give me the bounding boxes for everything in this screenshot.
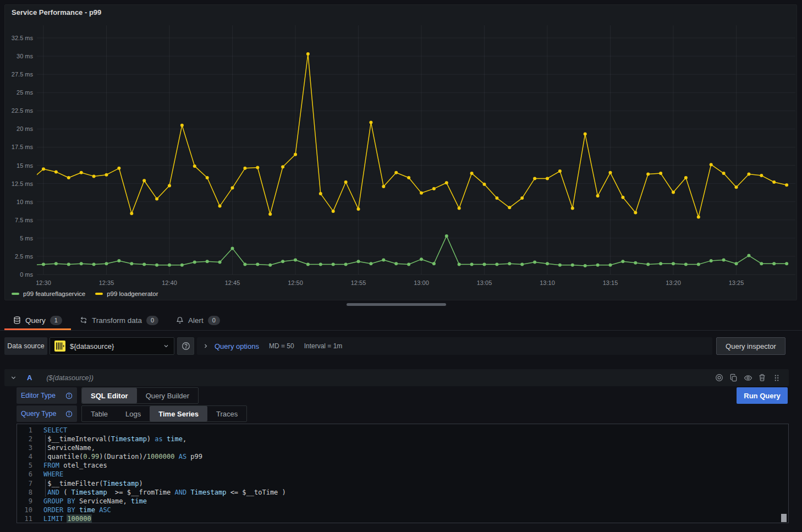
data-point — [596, 194, 600, 198]
data-point — [584, 264, 587, 267]
datasource-picker[interactable]: ${datasource} — [50, 337, 174, 355]
data-point — [80, 171, 83, 174]
query-datasource-hint: (${datasource}) — [46, 374, 93, 382]
data-point — [609, 171, 612, 174]
line-number: 5 — [17, 461, 41, 470]
data-point — [344, 263, 348, 266]
data-point — [54, 170, 58, 173]
data-point — [432, 187, 436, 190]
question-circle-icon — [182, 342, 190, 350]
chevron-right-icon[interactable] — [202, 343, 209, 349]
data-point — [332, 210, 335, 213]
tab-query[interactable]: Query 1 — [4, 310, 71, 330]
data-point — [634, 261, 637, 265]
data-point — [256, 263, 259, 266]
data-point — [508, 262, 511, 265]
query-type-option-logs[interactable]: Logs — [117, 406, 150, 421]
query-type-option-time-series[interactable]: Time Series — [150, 406, 207, 421]
sql-editor[interactable]: 1SELECT2 $__timeInterval(Timestamp) as t… — [17, 424, 789, 523]
legend-item-loadgenerator[interactable]: p99 loadgenerator — [95, 290, 158, 297]
data-point — [747, 254, 750, 257]
query-row-header[interactable]: A (${datasource}) — [4, 369, 789, 386]
data-point — [243, 167, 246, 170]
data-point — [29, 264, 32, 267]
y-axis-label: 25 ms — [17, 89, 33, 96]
info-circle-icon[interactable] — [65, 410, 73, 418]
copy-icon[interactable] — [729, 373, 738, 382]
sql-code: 1SELECT2 $__timeInterval(Timestamp) as t… — [17, 426, 788, 523]
data-point — [571, 207, 574, 210]
data-point — [130, 212, 133, 215]
record-circle-icon[interactable] — [715, 373, 724, 382]
line-number: 11 — [17, 514, 41, 523]
data-point — [546, 177, 549, 180]
legend-item-featureflagservice[interactable]: p99 featureflagservice — [12, 290, 85, 297]
trash-icon[interactable] — [757, 373, 767, 382]
data-point — [432, 262, 436, 265]
data-point — [357, 207, 360, 211]
data-point — [659, 262, 662, 265]
code-line: 8 AND ( Timestamp >= $__fromTime AND Tim… — [17, 488, 788, 497]
data-point — [42, 263, 45, 266]
data-point — [571, 264, 574, 267]
drag-handle-icon[interactable] — [772, 373, 781, 382]
eye-icon[interactable] — [743, 373, 752, 382]
editor-type-option-sql-editor[interactable]: SQL Editor — [82, 388, 137, 403]
editor-type-row: Editor Type SQL Editor Query Builder — [17, 387, 199, 404]
data-point — [319, 192, 322, 195]
query-type-group: Table Logs Time Series Traces — [81, 405, 247, 422]
y-axis-label: 12.5 ms — [12, 180, 34, 187]
data-point — [306, 52, 310, 56]
line-number: 4 — [17, 452, 41, 461]
data-point — [558, 264, 562, 267]
data-point — [142, 179, 146, 182]
tab-alert[interactable]: Alert 0 — [167, 310, 229, 330]
query-inspector-button[interactable]: Query inspector — [716, 337, 785, 355]
run-query-button[interactable]: Run Query — [737, 387, 788, 404]
editor-scrollbar[interactable] — [781, 514, 787, 522]
p99-chart[interactable]: 0 ms2.5 ms5 ms7.5 ms10 ms12.5 ms15 ms17.… — [5, 5, 796, 300]
data-point — [67, 176, 70, 179]
query-options-toggle[interactable]: Query options — [215, 342, 259, 350]
code-line: 10ORDER BY time ASC — [17, 506, 788, 514]
code-line: 1SELECT — [17, 426, 788, 435]
query-type-label-chip: Query Type — [17, 405, 77, 422]
x-axis-label: 12:40 — [162, 279, 177, 286]
editor-type-option-query-builder[interactable]: Query Builder — [137, 388, 198, 403]
y-axis-label: 7.5 ms — [15, 217, 34, 223]
data-point — [710, 259, 713, 262]
data-point — [760, 262, 763, 265]
tab-transform-data[interactable]: Transform data 0 — [71, 310, 167, 330]
data-point — [369, 121, 372, 124]
chevron-down-icon — [163, 343, 169, 349]
query-type-option-traces[interactable]: Traces — [207, 406, 246, 421]
x-axis-label: 13:00 — [414, 279, 429, 286]
data-point — [546, 262, 549, 265]
data-point — [117, 167, 120, 170]
horizontal-scrollbar[interactable] — [347, 303, 446, 306]
info-circle-icon[interactable] — [65, 392, 73, 399]
datasource-help-button[interactable] — [177, 337, 194, 355]
data-point — [268, 264, 272, 267]
editor-tabs-bar: Query 1 Transform data 0 Alert 0 — [0, 310, 802, 331]
code-line: 9GROUP BY ServiceName, time — [17, 497, 788, 506]
data-point — [319, 263, 322, 266]
query-type-option-table[interactable]: Table — [82, 406, 117, 421]
data-point — [684, 176, 688, 179]
data-point — [697, 216, 700, 219]
transform-icon — [80, 316, 87, 324]
data-point — [445, 181, 448, 184]
datasource-value: ${datasource} — [70, 342, 158, 350]
data-point — [256, 166, 259, 169]
tab-label: Query — [25, 316, 46, 325]
x-axis-label: 13:20 — [666, 279, 681, 286]
query-ref-id: A — [27, 374, 32, 382]
timeseries-panel: Service Performance - p99 0 ms2.5 ms5 ms… — [4, 4, 797, 300]
data-point — [294, 153, 297, 156]
data-point — [67, 263, 70, 266]
data-point — [458, 263, 461, 266]
chevron-down-icon[interactable] — [10, 374, 17, 381]
y-axis-label: 5 ms — [20, 235, 33, 242]
data-point — [105, 262, 108, 265]
code-line: 6WHERE — [17, 470, 788, 479]
